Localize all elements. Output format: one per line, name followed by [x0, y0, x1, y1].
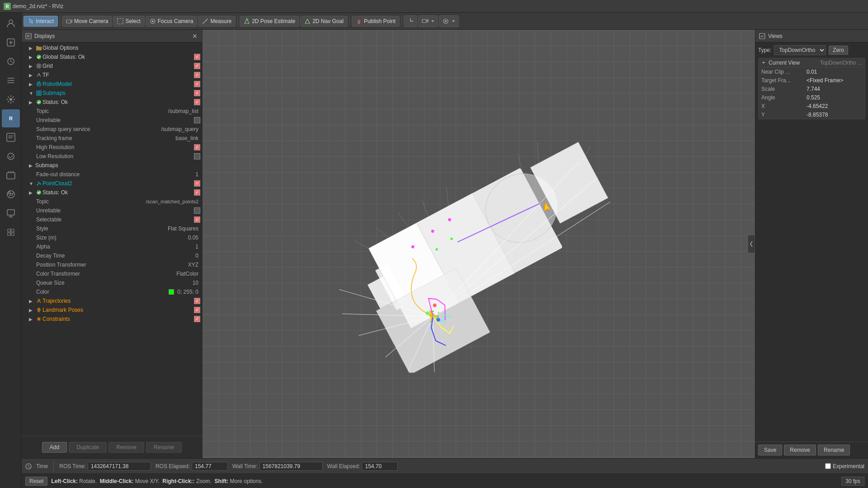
tree-item-pointcloud2[interactable]: ▼ PointCloud2: [22, 179, 202, 188]
move-camera-button[interactable]: Move Camera: [62, 16, 112, 27]
experimental-checkbox-container[interactable]: Experimental: [825, 463, 864, 469]
views-rename-button[interactable]: Rename: [818, 445, 850, 455]
reset-button[interactable]: Reset: [25, 477, 47, 486]
tree-item-grid[interactable]: ▶ Grid: [22, 61, 202, 70]
tree-item-pc2-unreliable[interactable]: Unreliable: [22, 206, 202, 215]
selectable-checkbox[interactable]: [194, 216, 200, 223]
tree-item-high-res[interactable]: High Resolution: [22, 143, 202, 152]
sidebar-icon-11[interactable]: [2, 204, 20, 222]
expand-arrow[interactable]: ▶: [29, 190, 35, 195]
submaps-icon: [35, 89, 42, 97]
displays-close-button[interactable]: ✕: [191, 33, 198, 40]
tree-item-selectable[interactable]: Selectable: [22, 215, 202, 224]
select-button[interactable]: Select: [113, 16, 144, 27]
grid-checkbox[interactable]: [194, 63, 200, 69]
expand-arrow[interactable]: ▶: [29, 55, 35, 60]
tree-item-tf[interactable]: ▶ TF: [22, 70, 202, 80]
constraints-checkbox[interactable]: [194, 316, 200, 322]
tree-item-submaps-sub[interactable]: ▶ Submaps: [22, 161, 202, 170]
tree-item-global-options[interactable]: ▶ Global Options: [22, 43, 202, 52]
expand-arrow[interactable]: ▼: [29, 91, 35, 96]
tree-item-low-res[interactable]: Low Resolution: [22, 152, 202, 161]
tree-item-landmark-poses[interactable]: ▶ Landmark Poses: [22, 305, 202, 314]
submaps-status-checkbox[interactable]: [194, 99, 200, 105]
tf-checkbox[interactable]: [194, 72, 200, 78]
views-zero-button[interactable]: Zero: [829, 46, 848, 55]
trajectories-checkbox[interactable]: [194, 298, 200, 304]
rename-button[interactable]: Rename: [146, 442, 182, 453]
duplicate-button[interactable]: Duplicate: [69, 442, 107, 453]
interact-button[interactable]: Interact: [24, 16, 58, 27]
wall-elapsed-input[interactable]: [362, 462, 398, 471]
sidebar-icon-9[interactable]: [2, 166, 20, 184]
measure-button[interactable]: Measure: [198, 16, 236, 27]
displays-tree[interactable]: ▶ Global Options ▶ Global Status: Ok: [22, 42, 202, 436]
global-status-checkbox[interactable]: [194, 54, 200, 60]
submaps-status-label: Status: Ok: [42, 99, 194, 105]
views-remove-button[interactable]: Remove: [784, 445, 816, 455]
expand-arrow[interactable]: ▶: [29, 64, 35, 69]
nav-goal-button[interactable]: 2D Nav Goal: [300, 16, 348, 27]
camera-view-button[interactable]: [418, 15, 438, 27]
tree-item-global-status[interactable]: ▶ Global Status: Ok: [22, 52, 202, 61]
sidebar-icon-8[interactable]: [2, 147, 20, 165]
high-res-checkbox[interactable]: [194, 144, 200, 150]
tree-item-constraints[interactable]: ▶ Constraints: [22, 314, 202, 324]
sidebar-icon-10[interactable]: [2, 185, 20, 203]
landmark-poses-checkbox[interactable]: [194, 307, 200, 313]
sidebar-icon-rviz[interactable]: R: [2, 109, 20, 127]
sidebar-icon-5[interactable]: [2, 90, 20, 108]
sidebar-icon-1[interactable]: [2, 14, 20, 33]
expand-arrow[interactable]: ▼: [29, 181, 35, 186]
axes-button[interactable]: [404, 15, 417, 27]
style-key: Style: [36, 225, 168, 232]
tree-item-robotmodel[interactable]: ▶ RobotModel: [22, 80, 202, 89]
pc2-status-checkbox[interactable]: [194, 189, 200, 196]
tree-item-submaps-status[interactable]: ▶ Status: Ok: [22, 98, 202, 107]
sidebar-icon-2[interactable]: [2, 33, 20, 52]
time-icon: [25, 463, 32, 469]
ros-elapsed-input[interactable]: [192, 462, 228, 471]
sidebar-icon-4[interactable]: [2, 71, 20, 89]
pointcloud2-checkbox[interactable]: [194, 180, 200, 187]
expand-arrow[interactable]: ▶: [29, 73, 35, 78]
pc2-status-label: Status: Ok: [42, 189, 194, 196]
viewport[interactable]: [203, 30, 755, 458]
ros-time-input[interactable]: [88, 462, 151, 471]
tree-item-unreliable-submaps[interactable]: Unreliable: [22, 116, 202, 125]
expand-arrow[interactable]: ▶: [29, 82, 35, 87]
pose-estimate-button[interactable]: 2D Pose Estimate: [240, 16, 299, 27]
sidebar-icon-7[interactable]: [2, 128, 20, 146]
view-prop-y: Y -8.85378: [759, 111, 865, 119]
tree-item-submaps[interactable]: ▼ Submaps: [22, 89, 202, 98]
scale-key: Scale: [761, 86, 807, 92]
unreliable-checkbox[interactable]: [194, 117, 200, 123]
wall-time-input[interactable]: [259, 462, 323, 471]
expand-arrow[interactable]: ▶: [29, 163, 35, 168]
tree-item-pc2-status[interactable]: ▶ Status: Ok: [22, 188, 202, 197]
sidebar-icon-12[interactable]: [2, 223, 20, 241]
check-icon: [35, 99, 42, 106]
sidebar-icon-3[interactable]: [2, 52, 20, 70]
pc2-unreliable-checkbox[interactable]: [194, 207, 200, 214]
viewport-collapse-button[interactable]: [748, 235, 755, 253]
low-res-checkbox[interactable]: [194, 153, 200, 160]
color-swatch[interactable]: [169, 289, 174, 295]
expand-arrow[interactable]: ▶: [29, 317, 35, 322]
submaps-checkbox[interactable]: [194, 90, 200, 96]
robotmodel-checkbox[interactable]: [194, 81, 200, 87]
expand-arrow[interactable]: ▶: [29, 100, 35, 105]
tree-item-trajectories[interactable]: ▶ Trajectories: [22, 296, 202, 305]
expand-arrow[interactable]: ▶: [29, 46, 35, 51]
expand-arrow[interactable]: ▶: [29, 299, 35, 304]
remove-button[interactable]: Remove: [108, 442, 144, 453]
focus-camera-button[interactable]: Focus Camera: [146, 16, 198, 27]
views-type-select[interactable]: TopDownOrtho: [774, 45, 826, 55]
views-save-button[interactable]: Save: [758, 445, 782, 455]
time-sep-1: [53, 462, 54, 471]
display-btn[interactable]: [439, 15, 459, 27]
expand-arrow[interactable]: ▶: [29, 308, 35, 313]
experimental-checkbox[interactable]: [825, 463, 831, 469]
publish-point-button[interactable]: Publish Point: [352, 16, 400, 27]
add-button[interactable]: Add: [42, 442, 67, 453]
